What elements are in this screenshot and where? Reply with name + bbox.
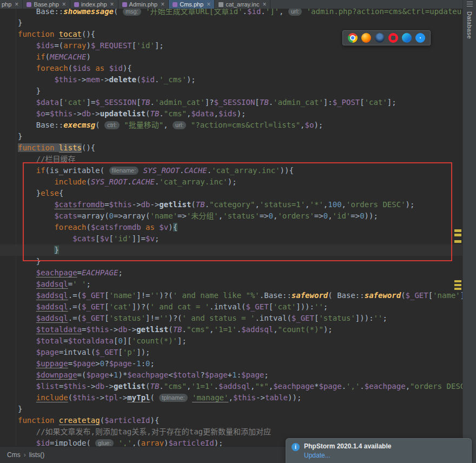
code-line[interactable]: $data['cat']=$_SESSION[TB.'admin_cat']?$…: [18, 97, 462, 108]
php-file-icon: [27, 2, 31, 7]
code-line[interactable]: $this->mem->delete($id.'_cms');: [18, 74, 462, 85]
code-editor[interactable]: Base::showmessage( msg: '开始生成文章URL[文章id'…: [0, 9, 462, 446]
code-line[interactable]: include(SYS_ROOT.CACHE.'cat_array.inc');: [18, 176, 462, 188]
safari-browser-icon[interactable]: [415, 33, 425, 43]
tab-php[interactable]: php×: [0, 0, 23, 9]
tab-index.php[interactable]: index.php×: [70, 0, 118, 9]
php-file-icon: [173, 2, 177, 7]
code-line[interactable]: $cats=array(0=>array('name'=>'未分组','stat…: [18, 210, 462, 222]
code-line[interactable]: $addsql.=($_GET['cat'])?(' and cat = '.i…: [18, 301, 462, 313]
breadcrumb-item[interactable]: lists(): [29, 451, 45, 459]
code-area[interactable]: Base::showmessage( msg: '开始生成文章URL[文章id'…: [0, 9, 462, 446]
breadcrumbs: Cms›lists(): [7, 451, 44, 459]
tab-label: Cms.php: [180, 1, 203, 8]
code-line[interactable]: $page=intval($_GET['p']);: [18, 347, 462, 358]
opera-browser-icon[interactable]: [388, 33, 398, 43]
warning-stripe-mark[interactable]: [454, 240, 461, 243]
code-line[interactable]: $addsql.=($_GET['status']!='')?(' and st…: [18, 313, 462, 324]
warning-stripe-mark[interactable]: [454, 229, 461, 232]
close-tab-icon[interactable]: ×: [161, 1, 164, 8]
notification-title: PhpStorm 2020.1.4 available: [304, 442, 391, 450]
code-line[interactable]: include($this->tpl->myTpl( tplname: 'man…: [18, 392, 462, 404]
code-line[interactable]: $eachpage=EACHPAGE;: [18, 267, 462, 279]
warning-stripe-mark[interactable]: [454, 288, 461, 290]
tab-cat_array.inc[interactable]: cat_array.inc×: [215, 0, 270, 9]
tab-Base.php[interactable]: Base.php×: [23, 0, 70, 9]
code-line[interactable]: $list=$this->db->getlist(TB."cms",'1=1'.…: [18, 381, 462, 392]
code-line[interactable]: foreach($catsfromdb as $v){: [18, 222, 462, 233]
code-line[interactable]: foreach($ids as $id){: [18, 63, 462, 74]
database-tool-button[interactable]: Database: [466, 11, 473, 39]
code-line[interactable]: $total=$totaldata[0]['count(*)'];: [18, 335, 462, 347]
code-line[interactable]: $catsfromdb=$this->db->getlist(TB."categ…: [18, 199, 462, 210]
code-line[interactable]: function lists(){: [18, 142, 462, 154]
editor-tab-strip: php×Base.php×index.php×Admin.php×Cms.php…: [0, 0, 462, 9]
code-line[interactable]: //如果文章发布,则添加tag关系,对于存在的tag更新数量和添加对应: [18, 426, 462, 438]
tab-label: index.php: [81, 1, 107, 8]
right-tool-window-bar: Database: [462, 0, 476, 463]
code-line[interactable]: }: [0, 244, 462, 256]
breadcrumb-separator: ›: [24, 451, 26, 459]
firefox-browser-icon[interactable]: [361, 33, 371, 43]
browser-popup: [342, 30, 431, 45]
tab-label: Admin.php: [129, 1, 158, 8]
code-line[interactable]: Base::execmsg( ctrl: "批量移动", url: "?acti…: [18, 120, 462, 131]
code-line[interactable]: }: [18, 131, 462, 142]
code-line[interactable]: $addsql=' ';: [18, 279, 462, 290]
breadcrumb-item[interactable]: Cms: [7, 451, 21, 459]
tab-label: cat_array.inc: [226, 1, 259, 8]
code-line[interactable]: $o=$this->db->updatelist(TB."cms",$data,…: [18, 108, 462, 120]
tab-Admin.php[interactable]: Admin.php×: [118, 0, 169, 9]
info-icon: i: [292, 443, 300, 451]
code-line[interactable]: $totaldata=$this->db->getlist(TB."cms",'…: [18, 324, 462, 335]
tab-Cms.php[interactable]: Cms.php×: [169, 0, 215, 9]
warning-stripe-mark[interactable]: [454, 234, 461, 236]
code-line[interactable]: $uppage=$page>0?$page-1:0;: [18, 358, 462, 369]
chrome-browser-icon[interactable]: [348, 33, 358, 43]
notification-toast: i PhpStorm 2020.1.4 available Update...: [286, 438, 472, 463]
warning-stripe-mark[interactable]: [454, 280, 461, 282]
code-line[interactable]: if(is_writable( filename: SYS_ROOT.CACHE…: [18, 165, 462, 176]
gutter-separator: [16, 9, 16, 446]
code-line[interactable]: $addsql.=($_GET['name']!='')?(' and name…: [18, 290, 462, 301]
php-file-icon: [74, 2, 79, 7]
close-tab-icon[interactable]: ×: [62, 1, 66, 8]
code-line[interactable]: }: [18, 256, 462, 267]
code-line[interactable]: }: [18, 85, 462, 97]
phpstorm-window: php×Base.php×index.php×Admin.php×Cms.php…: [0, 0, 476, 463]
tab-label: Base.php: [34, 1, 58, 8]
close-tab-icon[interactable]: ×: [207, 1, 210, 8]
code-line[interactable]: //栏目缓存: [18, 154, 462, 165]
php-file-icon: [122, 2, 127, 7]
code-line[interactable]: }: [18, 404, 462, 415]
edge-browser-icon[interactable]: [402, 33, 412, 43]
tab-label: php: [2, 1, 11, 8]
tool-window-list-icon[interactable]: [467, 2, 473, 7]
code-line[interactable]: function createtag($articleId){: [18, 415, 462, 426]
close-tab-icon[interactable]: ×: [262, 1, 266, 8]
inc-file-icon: [219, 2, 223, 7]
code-line[interactable]: if(MEMCACHE): [18, 51, 462, 63]
update-link[interactable]: Update...: [304, 452, 391, 459]
code-line[interactable]: $downpage=($page+1)*$eachpage<$total?$pa…: [18, 369, 462, 381]
close-tab-icon[interactable]: ×: [110, 1, 114, 8]
code-line[interactable]: $cats[$v['id']]=$v;: [18, 233, 462, 244]
code-line[interactable]: }: [18, 17, 462, 29]
code-line[interactable]: }else{: [18, 188, 462, 199]
warning-stripe-mark[interactable]: [454, 284, 461, 286]
close-tab-icon[interactable]: ×: [15, 1, 18, 8]
code-line[interactable]: Base::showmessage( msg: '开始生成文章URL[文章id'…: [18, 9, 462, 17]
dark-browser-icon[interactable]: [375, 33, 385, 43]
